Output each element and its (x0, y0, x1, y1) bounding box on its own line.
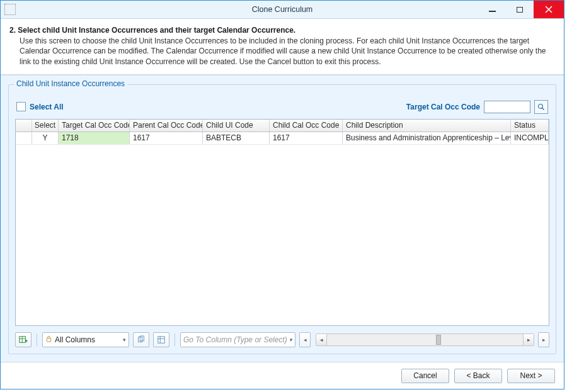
copy-grid-button[interactable] (133, 332, 149, 347)
lock-icon (45, 335, 52, 344)
wizard-footer: Cancel < Back Next > (1, 362, 564, 389)
cell-target-cal-occ[interactable]: 1718 (59, 132, 130, 144)
triangle-left-icon: ◂ (304, 337, 307, 343)
titlebar: Clone Curriculum (1, 1, 564, 19)
cell-parent-cal-occ: 1617 (130, 132, 203, 144)
cancel-button[interactable]: Cancel (401, 369, 449, 383)
cell-select: Y (32, 132, 59, 144)
chevron-down-icon: ▾ (289, 337, 292, 343)
target-cal-occ-lookup-button[interactable] (534, 100, 548, 114)
step-description: Use this screen to choose the child Unit… (20, 36, 555, 67)
triangle-right-icon: ▸ (542, 337, 546, 343)
table-options-icon (157, 335, 166, 344)
row-gutter (16, 132, 32, 144)
col-child-description[interactable]: Child Description (343, 120, 511, 132)
cell-child-ui-code: BABTECB (203, 132, 270, 144)
select-all-label: Select All (30, 103, 64, 111)
search-icon (537, 103, 545, 111)
next-button[interactable]: Next > (507, 369, 555, 383)
minimize-button[interactable] (478, 1, 506, 18)
clone-curriculum-window: Clone Curriculum 2. Select child Unit In… (0, 0, 564, 389)
toolbar-separator (37, 333, 37, 346)
table-export-icon (19, 335, 28, 344)
column-filter-label: All Columns (55, 335, 95, 344)
occurrences-grid: Select Target Cal Occ Code Parent Cal Oc… (15, 119, 549, 326)
col-status[interactable]: Status (511, 120, 549, 132)
group-top-row: Select All Target Cal Occ Code (16, 100, 548, 114)
group-title: Child Unit Instance Occurrences (14, 79, 127, 88)
col-select[interactable]: Select (32, 120, 59, 132)
content-area: Child Unit Instance Occurrences Select A… (1, 75, 564, 362)
toolbar-separator (175, 333, 175, 346)
maximize-button[interactable] (506, 1, 534, 18)
select-all-checkbox[interactable]: Select All (16, 102, 64, 111)
grid-gutter-header (16, 120, 32, 132)
target-cal-occ-input[interactable] (484, 101, 530, 113)
col-target-cal-occ[interactable]: Target Cal Occ Code (59, 120, 130, 132)
svg-line-3 (542, 108, 544, 109)
grid-settings-button[interactable] (153, 332, 169, 347)
grid-toolbar: All Columns ▾ (15, 330, 549, 347)
chevron-down-icon: ▾ (123, 337, 126, 343)
svg-rect-7 (47, 339, 50, 342)
column-filter-combo[interactable]: All Columns ▾ (42, 332, 129, 347)
svg-point-2 (539, 104, 543, 108)
child-ui-occurrences-group: Child Unit Instance Occurrences Select A… (8, 84, 556, 354)
close-button[interactable] (534, 1, 564, 18)
copy-icon (137, 335, 146, 344)
cell-child-description: Business and Administration Apprenticesh… (343, 132, 511, 144)
col-parent-cal-occ[interactable]: Parent Cal Occ Code (130, 120, 203, 132)
back-button[interactable]: < Back (454, 369, 502, 383)
grid-body: Y 1718 1617 BABTECB 1617 Business and Ad… (16, 132, 549, 325)
instructions-panel: 2. Select child Unit Instance Occurrence… (1, 19, 564, 75)
scrollbar-thumb[interactable] (436, 335, 441, 345)
scroll-right-button[interactable]: ▸ (523, 334, 534, 345)
target-cal-occ-label: Target Cal Occ Code (406, 103, 480, 111)
goto-column-combo[interactable]: Go To Column (Type or Select) ▾ (180, 332, 295, 347)
goto-column-placeholder: Go To Column (Type or Select) (183, 335, 287, 344)
horizontal-scrollbar[interactable]: ◂ ▸ (316, 333, 534, 346)
grid-header: Select Target Cal Occ Code Parent Cal Oc… (16, 120, 549, 132)
prev-column-button[interactable]: ◂ (299, 332, 311, 347)
export-grid-button[interactable] (15, 332, 32, 347)
target-cal-occ-search: Target Cal Occ Code (406, 100, 548, 114)
cell-status: INCOMPL (511, 132, 549, 144)
step-heading: 2. Select child Unit Instance Occurrence… (9, 25, 555, 35)
svg-rect-10 (158, 337, 165, 344)
close-icon (545, 6, 553, 13)
scroll-left-button[interactable]: ◂ (316, 334, 327, 345)
table-row[interactable]: Y 1718 1617 BABTECB 1617 Business and Ad… (16, 132, 549, 145)
cell-child-cal-occ: 1617 (270, 132, 343, 144)
col-child-ui-code[interactable]: Child UI Code (203, 120, 270, 132)
checkbox-box-icon (16, 102, 26, 111)
col-child-cal-occ[interactable]: Child Cal Occ Code (270, 120, 343, 132)
next-column-button[interactable]: ▸ (538, 332, 549, 347)
window-controls (478, 1, 564, 18)
window-icon (4, 4, 16, 15)
